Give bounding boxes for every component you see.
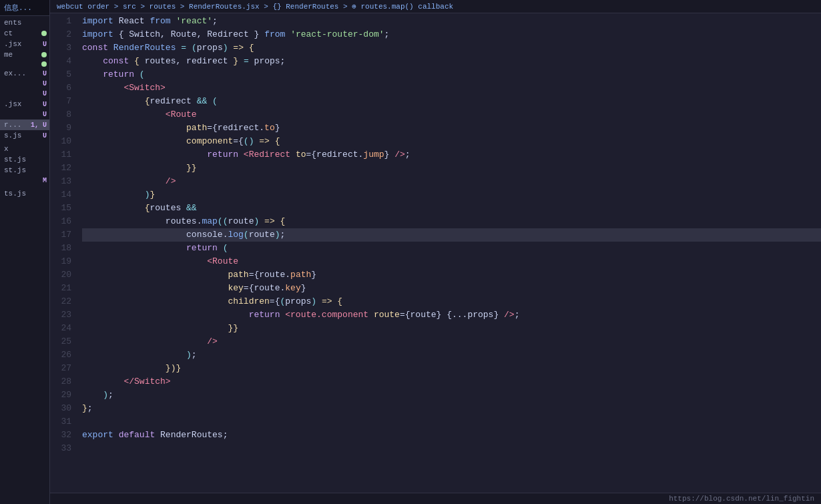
- sidebar-item-14[interactable]: st.js: [0, 154, 49, 165]
- code-line-20: path={route.path}: [82, 268, 821, 282]
- line-num-11: 11: [50, 148, 71, 162]
- code-line-15: {routes &&: [82, 202, 821, 215]
- editor-main: webcut order > src > routes > RenderRout…: [50, 0, 821, 504]
- line-num-13: 13: [50, 175, 71, 188]
- sidebar-item-15[interactable]: st.js: [0, 165, 49, 176]
- line-num-32: 32: [50, 429, 71, 442]
- sidebar-item-0[interactable]: ents: [0, 17, 49, 28]
- status-right: https://blog.csdn.net/lin_fightin: [669, 495, 814, 503]
- line-num-20: 20: [50, 268, 71, 282]
- code-content: import React from 'react';import { Switc…: [77, 13, 821, 493]
- sidebar-badge-5: U: [43, 70, 47, 77]
- sidebar-section: entsct.jsxUmeex...UUU.jsxUUr...1, Us.jsU…: [0, 16, 49, 200]
- line-num-4: 4: [50, 55, 71, 68]
- breadcrumb: webcut order > src > routes > RenderRout…: [50, 0, 821, 13]
- breadcrumb-text: webcut order > src > routes > RenderRout…: [57, 3, 453, 11]
- line-num-14: 14: [50, 188, 71, 202]
- sidebar-badge-11: U: [43, 132, 47, 140]
- code-line-12: }}: [82, 162, 821, 175]
- sidebar: 信息... entsct.jsxUmeex...UUU.jsxUUr...1, …: [0, 0, 50, 504]
- line-num-10: 10: [50, 135, 71, 148]
- line-num-17: 17: [50, 228, 71, 242]
- sidebar-item-10[interactable]: r...1, U: [0, 119, 49, 130]
- line-num-24: 24: [50, 322, 71, 335]
- sidebar-item-13[interactable]: x: [0, 144, 49, 154]
- line-num-8: 8: [50, 108, 71, 121]
- code-line-32: export default RenderRoutes;: [82, 429, 821, 442]
- sidebar-filename-5: ex...: [4, 69, 43, 77]
- line-num-25: 25: [50, 335, 71, 348]
- sidebar-badge-9: U: [43, 111, 47, 118]
- line-num-28: 28: [50, 375, 71, 389]
- line-num-29: 29: [50, 389, 71, 402]
- code-line-21: key={route.key}: [82, 282, 821, 295]
- sidebar-filename-13: x: [4, 145, 47, 153]
- code-area[interactable]: 1234567891011121314151617181920212223242…: [50, 13, 821, 493]
- code-line-26: );: [82, 348, 821, 362]
- line-num-30: 30: [50, 402, 71, 415]
- sidebar-item-7[interactable]: U: [0, 89, 49, 99]
- code-line-4: const { routes, redirect } = props;: [82, 55, 821, 68]
- code-line-17: console.log(route);: [82, 228, 821, 242]
- code-line-14: )}: [82, 188, 821, 202]
- code-line-8: <Route: [82, 108, 821, 121]
- sidebar-item-3[interactable]: me: [0, 49, 49, 60]
- code-line-1: import React from 'react';: [82, 15, 821, 28]
- code-line-30: };: [82, 402, 821, 415]
- code-line-25: />: [82, 335, 821, 348]
- line-num-15: 15: [50, 202, 71, 215]
- line-num-31: 31: [50, 415, 71, 429]
- sidebar-item-4[interactable]: [0, 60, 49, 68]
- sidebar-dot-4: [41, 61, 47, 67]
- line-num-27: 27: [50, 362, 71, 375]
- code-line-23: return <route.component route={route} {.…: [82, 308, 821, 322]
- line-num-22: 22: [50, 295, 71, 308]
- sidebar-dot-1: [41, 31, 47, 36]
- sidebar-item-5[interactable]: ex...U: [0, 68, 49, 79]
- sidebar-item-16[interactable]: M: [0, 176, 49, 186]
- sidebar-filename-15: st.js: [4, 166, 47, 174]
- sidebar-item-8[interactable]: .jsxU: [0, 99, 49, 109]
- line-num-2: 2: [50, 28, 71, 41]
- code-line-11: return <Redirect to={redirect.jump} />;: [82, 148, 821, 162]
- sidebar-item-9[interactable]: U: [0, 109, 49, 119]
- sidebar-badge-16: M: [43, 177, 47, 184]
- line-num-23: 23: [50, 308, 71, 322]
- line-num-21: 21: [50, 282, 71, 295]
- code-line-16: routes.map((route) => {: [82, 215, 821, 228]
- code-line-18: return (: [82, 242, 821, 255]
- code-line-10: component={() => {: [82, 135, 821, 148]
- code-line-6: <Switch>: [82, 81, 821, 95]
- line-num-7: 7: [50, 95, 71, 108]
- code-line-31: [82, 415, 821, 429]
- code-line-27: })}: [82, 362, 821, 375]
- line-num-33: 33: [50, 442, 71, 455]
- code-line-24: }}: [82, 322, 821, 335]
- sidebar-item-18[interactable]: ts.js: [0, 188, 49, 199]
- sidebar-item-1[interactable]: ct: [0, 28, 49, 39]
- sidebar-filename-3: me: [4, 51, 40, 59]
- sidebar-item-6[interactable]: U: [0, 79, 49, 89]
- line-num-1: 1: [50, 15, 71, 28]
- sidebar-filename-8: .jsx: [4, 100, 43, 108]
- line-num-18: 18: [50, 242, 71, 255]
- status-bar: https://blog.csdn.net/lin_fightin: [50, 493, 821, 504]
- sidebar-filename-11: s.js: [4, 132, 43, 140]
- sidebar-item-2[interactable]: .jsxU: [0, 39, 49, 49]
- code-line-22: children={(props) => {: [82, 295, 821, 308]
- sidebar-top-label: 信息...: [0, 0, 49, 16]
- sidebar-dot-3: [41, 52, 47, 57]
- sidebar-badge-2: U: [43, 41, 47, 48]
- sidebar-badge-8: U: [43, 101, 47, 108]
- code-line-33: [82, 442, 821, 455]
- line-num-16: 16: [50, 215, 71, 228]
- code-line-3: const RenderRoutes = (props) => {: [82, 41, 821, 55]
- line-num-5: 5: [50, 68, 71, 81]
- code-line-7: {redirect && (: [82, 95, 821, 108]
- sidebar-item-11[interactable]: s.jsU: [0, 130, 49, 141]
- sidebar-badge-10: 1, U: [31, 121, 47, 129]
- sidebar-badge-7: U: [43, 90, 47, 97]
- line-num-26: 26: [50, 348, 71, 362]
- sidebar-badge-6: U: [43, 80, 47, 87]
- line-num-19: 19: [50, 255, 71, 268]
